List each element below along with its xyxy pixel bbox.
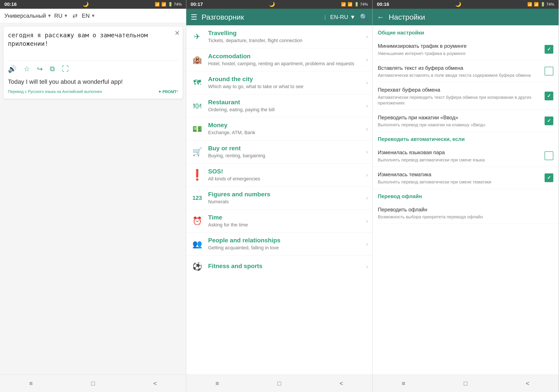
speaker-button[interactable]: 🔊 [8, 65, 17, 73]
list-item[interactable]: ✈ Travelling Tickets, departure, transfe… [186, 25, 372, 48]
fitness-text: Fitness and sports [208, 263, 366, 270]
bottom-nav-1: ≡ □ < [0, 374, 186, 392]
fitness-chevron-icon: › [366, 263, 368, 270]
settings-header: ← Настройки [373, 9, 559, 25]
status-bar-1: 00:16 🌙 📶 📶 🔋 74% [0, 0, 186, 9]
favorite-button[interactable]: ☆ [24, 65, 30, 73]
translator-header: Универсальный ▼ RU ▼ ⇄ EN ▼ [0, 9, 186, 23]
people-text: People and relationships Getting acquain… [208, 237, 366, 251]
moon-icon-1: 🌙 [83, 1, 89, 7]
bottom-menu-button-2[interactable]: ≡ [211, 378, 224, 389]
clipboard-intercept-checkbox[interactable] [545, 92, 553, 100]
bottom-back-button-2[interactable]: < [335, 378, 347, 389]
settings-item-enter-translate[interactable]: Переводить при нажатии «Ввод» Выполнять … [373, 110, 559, 132]
bottom-menu-button-3[interactable]: ≡ [397, 378, 410, 389]
bottom-home-button-2[interactable]: □ [273, 378, 286, 389]
source-lang-selector[interactable]: Универсальный ▼ [4, 12, 52, 19]
target-lang-dropdown-icon-en: ▼ [91, 13, 95, 18]
list-item[interactable]: 🗺 Around the city Which way to go, what … [186, 71, 372, 94]
share-button[interactable]: ↪ [37, 65, 43, 73]
signal-icon-2: 📶 [341, 2, 346, 7]
buy-rent-title: Buy or rent [208, 145, 366, 152]
moon-icon-2: 🌙 [269, 1, 275, 7]
translation-result: Today I will tell you about a wonderful … [8, 77, 178, 86]
buy-rent-text: Buy or rent Buying, renting, bargaining [208, 145, 366, 159]
clipboard-intercept-title: Перехват буфера обмена [378, 86, 541, 94]
swap-languages-button[interactable]: ⇄ [71, 12, 79, 19]
source-lang-label: Универсальный [4, 12, 46, 19]
around-city-chevron-icon: › [366, 79, 368, 86]
translation-box: ✕ сегодня я расскажу вам о замечательном… [3, 27, 183, 98]
source-lang-dropdown-icon: ▼ [47, 13, 52, 18]
theme-change-checkbox[interactable] [545, 173, 553, 182]
lang-badge-text: EN-RU [330, 14, 348, 20]
roaming-title: Минимизировать трафик в роуминге [378, 42, 541, 50]
figures-chevron-icon: › [366, 194, 368, 201]
panel-phrasebook: 00:17 🌙 📶 📶 🔋 74% ☰ Разговорник | EN-RU … [186, 0, 373, 392]
sos-title: SOS! [208, 168, 366, 175]
target-lang-label-en: EN [82, 12, 90, 19]
signal-icon-1: 📶 [155, 2, 160, 7]
settings-item-lang-change[interactable]: Изменилась языковая пара Выполнять перев… [373, 145, 559, 167]
phrasebook-search-icon[interactable]: 🔍 [360, 13, 368, 21]
wifi-icon-1: 📶 [161, 2, 166, 7]
buy-rent-subtitle: Buying, renting, bargaining [208, 153, 366, 159]
settings-item-roaming[interactable]: Минимизировать трафик в роуминге Уменьше… [373, 38, 559, 60]
enter-translate-text: Переводить при нажатии «Ввод» Выполнять … [378, 114, 545, 128]
enter-translate-subtitle: Выполнять перевод при нажатии на клавишу… [378, 122, 541, 128]
settings-item-offline-translate[interactable]: Переводить офлайн Возможность выбора при… [373, 202, 559, 224]
list-item[interactable]: 123 Figures and numbers Numerals › [186, 187, 372, 210]
settings-item-clipboard-intercept[interactable]: Перехват буфера обмена Автоматически пер… [373, 82, 559, 110]
list-item[interactable]: ⚽ Fitness and sports › [186, 256, 372, 277]
restaurant-title: Restaurant [208, 99, 366, 106]
list-item[interactable]: 🍽 Restaurant Ordering, eating, paying th… [186, 94, 372, 118]
settings-item-clipboard-paste[interactable]: Вставлять текст из буфера обмена Автомат… [373, 60, 559, 82]
people-chevron-icon: › [366, 241, 368, 248]
theme-change-text: Изменилась тематика Выполнять перевод ав… [378, 171, 545, 185]
moon-icon-3: 🌙 [455, 1, 461, 7]
list-item[interactable]: ⏰ Time Asking for the time › [186, 210, 372, 233]
roaming-subtitle: Уменьшение интернет-трафика в роуминге [378, 51, 541, 56]
action-icons-row: 🔊 ☆ ↪ ⧉ ⛶ [8, 63, 178, 75]
list-item[interactable]: 🛒 Buy or rent Buying, renting, bargainin… [186, 141, 372, 164]
bottom-home-button-1[interactable]: □ [87, 378, 99, 389]
offline-translate-title: Переводить офлайн [378, 206, 550, 213]
roaming-checkbox[interactable] [545, 45, 553, 54]
offline-translate-text: Переводить офлайн Возможность выбора при… [378, 206, 553, 220]
translation-input[interactable]: сегодня я расскажу вам о замечательном п… [8, 31, 178, 57]
buy-rent-chevron-icon: › [366, 148, 368, 155]
accomodation-icon: 🏨 [191, 53, 204, 66]
settings-item-theme-change[interactable]: Изменилась тематика Выполнять перевод ав… [373, 167, 559, 189]
lang-change-checkbox[interactable] [545, 151, 553, 160]
target-lang-selector-en[interactable]: EN ▼ [82, 12, 95, 19]
section-title-offline: Перевод офлайн [373, 189, 559, 202]
close-button[interactable]: ✕ [175, 29, 180, 37]
list-item[interactable]: 👥 People and relationships Getting acqua… [186, 232, 372, 256]
lang-badge[interactable]: EN-RU ▼ [330, 14, 355, 20]
bottom-menu-button-1[interactable]: ≡ [25, 378, 37, 389]
bottom-back-button-1[interactable]: < [149, 378, 161, 389]
around-city-icon: 🗺 [191, 76, 204, 89]
fitness-icon: ⚽ [191, 260, 204, 273]
header-divider: | [325, 14, 326, 20]
people-title: People and relationships [208, 237, 366, 244]
enter-translate-checkbox[interactable] [545, 116, 553, 125]
back-button-icon[interactable]: ← [377, 13, 384, 21]
battery-icon-2: 🔋 74% [354, 2, 368, 7]
lang-change-title: Изменилась языковая пара [378, 149, 541, 156]
bottom-home-button-3[interactable]: □ [459, 378, 472, 389]
hamburger-menu-icon[interactable]: ☰ [191, 13, 197, 21]
status-bar-3: 00:16 🌙 📶 📶 🔋 74% [373, 0, 559, 9]
clipboard-paste-checkbox[interactable] [545, 67, 553, 75]
list-item[interactable]: 💵 Money Exchange, ATM, Bank › [186, 117, 372, 141]
bottom-back-button-3[interactable]: < [522, 378, 534, 389]
expand-button[interactable]: ⛶ [62, 65, 69, 73]
status-time-2: 00:17 [191, 1, 203, 7]
list-item[interactable]: ❗ SOS! All kinds of emergencies › [186, 164, 372, 187]
phrasebook-title: Разговорник [202, 13, 320, 21]
money-chevron-icon: › [366, 125, 368, 133]
restaurant-chevron-icon: › [366, 102, 368, 109]
list-item[interactable]: 🏨 Accomodation Hotel, hostel, camping, r… [186, 48, 372, 71]
target-lang-selector-ru[interactable]: RU ▼ [54, 12, 68, 19]
copy-button[interactable]: ⧉ [50, 65, 55, 73]
